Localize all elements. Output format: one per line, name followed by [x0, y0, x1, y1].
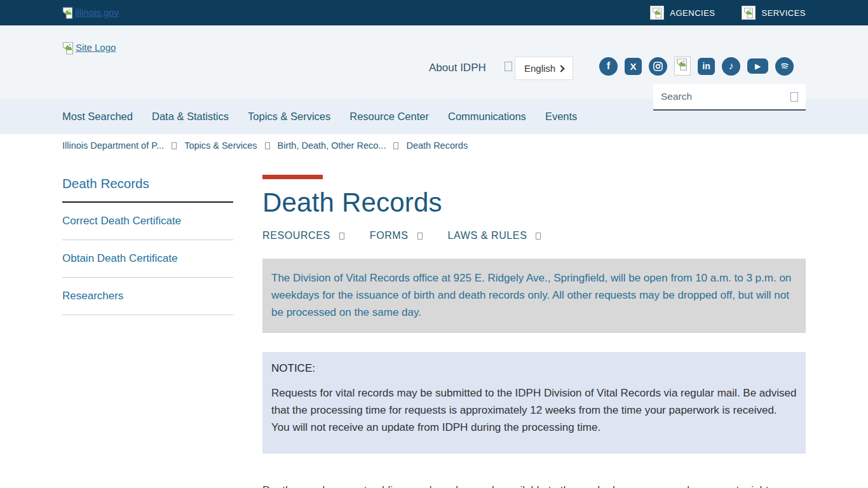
breadcrumb-topics-services[interactable]: Topics & Services: [184, 140, 257, 151]
language-selector[interactable]: English: [515, 57, 573, 80]
chevron-down-icon: [339, 233, 344, 240]
chevron-down-icon: [536, 233, 541, 240]
sidebar-item-researchers[interactable]: Researchers: [62, 278, 233, 315]
x-twitter-icon[interactable]: X: [625, 58, 642, 75]
tab-resources[interactable]: RESOURCES: [262, 230, 344, 241]
nav-item-communications[interactable]: Communications: [448, 111, 526, 123]
search-box: [653, 84, 806, 111]
tab-laws-rules-label: LAWS & RULES: [448, 230, 527, 241]
nav-item-most-searched[interactable]: Most Searched: [62, 111, 133, 123]
breadcrumb-current: Death Records: [406, 140, 468, 151]
nav-item-topics-services[interactable]: Topics & Services: [248, 111, 330, 123]
tab-resources-label: RESOURCES: [262, 230, 330, 241]
breadcrumb-separator-icon: [172, 142, 177, 149]
sidebar-item-correct-death-certificate[interactable]: Correct Death Certificate: [62, 203, 233, 240]
notice-box: NOTICE: Requests for vital records may b…: [262, 352, 806, 454]
breadcrumb-separator-icon: [393, 142, 398, 149]
illinois-gov-label: illinois.gov: [75, 7, 119, 18]
breadcrumb-home[interactable]: Illinois Department of P...: [62, 140, 164, 151]
broken-image-icon: [742, 6, 756, 20]
nav-item-data-statistics[interactable]: Data & Statistics: [152, 111, 229, 123]
agencies-link[interactable]: AGENCIES: [650, 6, 715, 20]
site-header: Site Logo About IDPH English f X in ♪ ▶: [0, 25, 868, 99]
title-accent-bar: [262, 175, 323, 179]
broken-image-icon: [62, 7, 73, 19]
youtube-icon[interactable]: ▶: [747, 58, 768, 74]
instagram-icon[interactable]: [649, 57, 667, 76]
main-content: Death Records RESOURCES FORMS LAWS & RUL…: [262, 175, 806, 488]
notice-body: Requests for vital records may be submit…: [271, 384, 797, 436]
tab-laws-rules[interactable]: LAWS & RULES: [448, 230, 541, 241]
spotify-icon[interactable]: [775, 57, 794, 76]
sidebar-nav: Death Records Correct Death Certificate …: [62, 176, 233, 488]
facebook-icon[interactable]: f: [599, 57, 618, 76]
search-input[interactable]: [661, 91, 790, 102]
top-utility-bar: illinois.gov AGENCIES SERVICES: [0, 0, 868, 25]
services-link[interactable]: SERVICES: [742, 6, 806, 20]
tiktok-icon[interactable]: ♪: [722, 57, 740, 76]
content-area: Death Records Correct Death Certificate …: [0, 157, 868, 488]
broken-image-icon: [650, 6, 664, 20]
illinois-gov-link[interactable]: illinois.gov: [62, 7, 119, 19]
sidebar-item-death-records[interactable]: Death Records: [62, 176, 233, 203]
globe-icon: [505, 62, 512, 71]
page-title: Death Records: [262, 187, 806, 218]
nav-item-events[interactable]: Events: [545, 111, 577, 123]
office-hours-alert: The Division of Vital Records office at …: [262, 259, 806, 333]
social-icons-row: f X in ♪ ▶: [599, 57, 794, 76]
notice-heading: NOTICE:: [271, 362, 797, 375]
section-tabs: RESOURCES FORMS LAWS & RULES: [262, 230, 806, 241]
language-selected-label: English: [524, 63, 555, 74]
chevron-right-icon: [557, 65, 564, 72]
broken-image-icon[interactable]: [674, 57, 691, 76]
search-icon[interactable]: [790, 92, 798, 102]
broken-image-icon: [62, 42, 74, 55]
tab-forms[interactable]: FORMS: [370, 230, 423, 241]
tab-forms-label: FORMS: [370, 230, 409, 241]
breadcrumb-birth-death-records[interactable]: Birth, Death, Other Reco...: [278, 140, 386, 151]
agencies-label: AGENCIES: [670, 8, 715, 18]
breadcrumb: Illinois Department of P... Topics & Ser…: [0, 134, 868, 157]
nav-item-resource-center[interactable]: Resource Center: [349, 111, 429, 123]
about-idph-link[interactable]: About IDPH: [429, 62, 486, 74]
sidebar-item-obtain-death-certificate[interactable]: Obtain Death Certificate: [62, 240, 233, 278]
services-label: SERVICES: [761, 8, 806, 18]
linkedin-icon[interactable]: in: [698, 58, 715, 75]
site-logo-link[interactable]: Site Logo: [62, 42, 116, 55]
site-logo-label: Site Logo: [76, 42, 116, 53]
chevron-down-icon: [417, 233, 423, 240]
intro-paragraph: Death records are not public records and…: [262, 482, 806, 488]
breadcrumb-separator-icon: [265, 142, 270, 149]
